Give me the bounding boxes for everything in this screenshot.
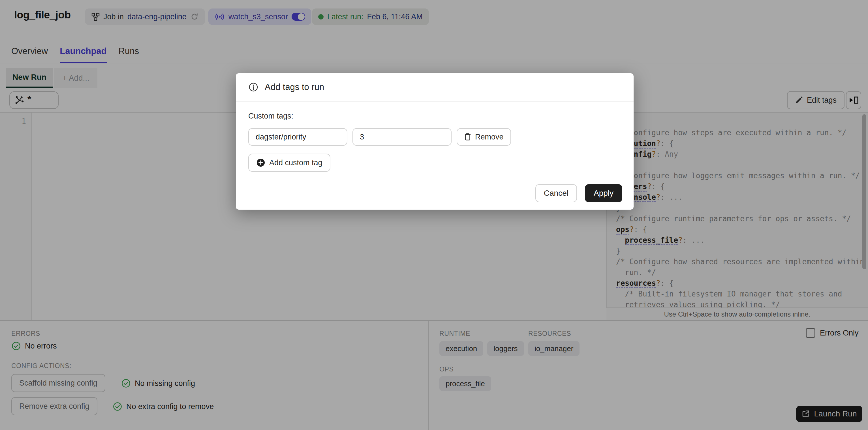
modal-header: Add tags to run bbox=[236, 73, 633, 102]
custom-tags-label: Custom tags: bbox=[248, 112, 293, 121]
remove-tag-button[interactable]: Remove bbox=[457, 128, 511, 146]
plus-circle-icon bbox=[256, 158, 265, 167]
modal-title: Add tags to run bbox=[265, 82, 324, 92]
add-custom-tag-label: Add custom tag bbox=[269, 158, 322, 167]
apply-button[interactable]: Apply bbox=[585, 184, 622, 202]
custom-tag-row: Remove bbox=[248, 128, 511, 146]
cancel-button[interactable]: Cancel bbox=[535, 184, 577, 202]
dagster-launchpad-page: { "header": { "title": "log_file_job", "… bbox=[0, 0, 868, 430]
remove-tag-label: Remove bbox=[475, 133, 504, 141]
info-icon bbox=[248, 82, 258, 92]
add-custom-tag-button[interactable]: Add custom tag bbox=[248, 154, 330, 172]
add-tags-modal: Add tags to run Custom tags: Remove Add … bbox=[236, 73, 633, 210]
modal-footer: Cancel Apply bbox=[535, 184, 622, 202]
trash-icon bbox=[464, 133, 471, 141]
tag-key-input[interactable] bbox=[248, 128, 347, 146]
tag-value-input[interactable] bbox=[352, 128, 452, 146]
modal-overlay[interactable] bbox=[0, 0, 868, 430]
